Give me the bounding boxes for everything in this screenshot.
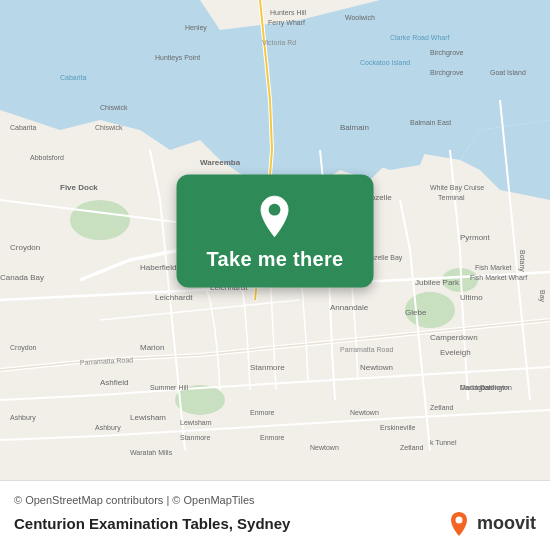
svg-text:Marion: Marion [140, 343, 164, 352]
svg-text:Chiswick: Chiswick [95, 124, 123, 131]
svg-text:Lewisham: Lewisham [130, 413, 166, 422]
svg-text:Balmain East: Balmain East [410, 119, 451, 126]
green-panel[interactable]: Take me there [177, 174, 374, 287]
bottom-info: Centurion Examination Tables, Sydney moo… [14, 510, 536, 538]
map-container: Parramatta Road Victoria Rd Parramatta R… [0, 0, 550, 480]
svg-text:Stanmore: Stanmore [250, 363, 285, 372]
svg-point-72 [269, 204, 281, 216]
map-attribution: © OpenStreetMap contributors | © OpenMap… [14, 494, 536, 506]
svg-text:Birchgrove: Birchgrove [430, 49, 464, 57]
svg-text:Five Dock: Five Dock [60, 183, 98, 192]
svg-text:Canada Bay: Canada Bay [0, 273, 44, 282]
svg-text:Enmore: Enmore [260, 434, 285, 441]
svg-text:Fish Market Wharf: Fish Market Wharf [470, 274, 527, 281]
svg-text:Chiswick: Chiswick [100, 104, 128, 111]
location-pin-icon [253, 194, 297, 238]
svg-text:Bay: Bay [538, 290, 546, 303]
svg-text:White Bay Cruise: White Bay Cruise [430, 184, 484, 192]
svg-text:Terminal: Terminal [438, 194, 465, 201]
svg-text:k Tunnel: k Tunnel [430, 439, 457, 446]
svg-text:Croydon: Croydon [10, 344, 37, 352]
svg-text:Ashbury: Ashbury [95, 424, 121, 432]
svg-text:Ashbury: Ashbury [10, 414, 36, 422]
svg-text:Botany: Botany [518, 250, 526, 272]
moovit-brand-text: moovit [477, 513, 536, 534]
svg-text:Newtown: Newtown [350, 409, 379, 416]
svg-text:Ashfield: Ashfield [100, 378, 128, 387]
svg-point-73 [455, 516, 462, 523]
moovit-logo: moovit [445, 510, 536, 538]
svg-text:Annandale: Annandale [330, 303, 369, 312]
svg-text:Croydon: Croydon [10, 243, 40, 252]
svg-text:Balmain: Balmain [340, 123, 369, 132]
svg-text:Zetland: Zetland [400, 444, 423, 451]
svg-text:Clarke Road Wharf: Clarke Road Wharf [390, 34, 450, 41]
svg-text:Hunters Hill: Hunters Hill [270, 9, 307, 16]
svg-text:Lewisham: Lewisham [180, 419, 212, 426]
bottom-bar: © OpenStreetMap contributors | © OpenMap… [0, 480, 550, 550]
svg-text:Newtown: Newtown [310, 444, 339, 451]
svg-text:Huntleys Point: Huntleys Point [155, 54, 200, 62]
svg-text:Fish Market: Fish Market [475, 264, 512, 271]
svg-text:Camperdown: Camperdown [430, 333, 478, 342]
svg-text:Woolwich: Woolwich [345, 14, 375, 21]
svg-text:Cabarita: Cabarita [10, 124, 37, 131]
svg-text:Newtown: Newtown [360, 363, 393, 372]
svg-text:Goat Island: Goat Island [490, 69, 526, 76]
svg-text:Victoria Rd: Victoria Rd [262, 39, 296, 46]
place-name: Centurion Examination Tables, Sydney [14, 515, 290, 532]
svg-text:Leichhardt: Leichhardt [155, 293, 193, 302]
svg-text:Eveleigh: Eveleigh [440, 348, 471, 357]
svg-text:Birchgrove: Birchgrove [430, 69, 464, 77]
svg-text:Abbotsford: Abbotsford [30, 154, 64, 161]
svg-text:Haberfield: Haberfield [140, 263, 176, 272]
svg-text:Glebe: Glebe [405, 308, 427, 317]
svg-text:Ultimo: Ultimo [460, 293, 483, 302]
svg-text:Wareemba: Wareemba [200, 158, 241, 167]
svg-text:Stanmore: Stanmore [180, 434, 210, 441]
svg-text:Cabarita: Cabarita [60, 74, 87, 81]
take-me-there-button[interactable]: Take me there [207, 248, 344, 271]
svg-text:Ferry Wharf: Ferry Wharf [268, 19, 305, 27]
svg-text:Henley: Henley [185, 24, 207, 32]
svg-text:Erskineville: Erskineville [380, 424, 416, 431]
svg-text:Jubilee Park: Jubilee Park [415, 278, 460, 287]
svg-point-3 [70, 200, 130, 240]
svg-text:Pyrmont: Pyrmont [460, 233, 491, 242]
svg-text:Zetland: Zetland [430, 404, 453, 411]
svg-text:Parramatta Road: Parramatta Road [340, 346, 393, 353]
svg-text:Summer Hill: Summer Hill [150, 384, 189, 391]
take-me-there-overlay: Take me there [177, 174, 374, 287]
svg-text:Waratah Mills: Waratah Mills [130, 449, 173, 456]
svg-text:Enmore: Enmore [250, 409, 275, 416]
svg-text:Darlington: Darlington [460, 384, 492, 392]
moovit-icon [445, 510, 473, 538]
svg-rect-74 [456, 528, 462, 532]
svg-text:Cockatoo Island: Cockatoo Island [360, 59, 410, 66]
